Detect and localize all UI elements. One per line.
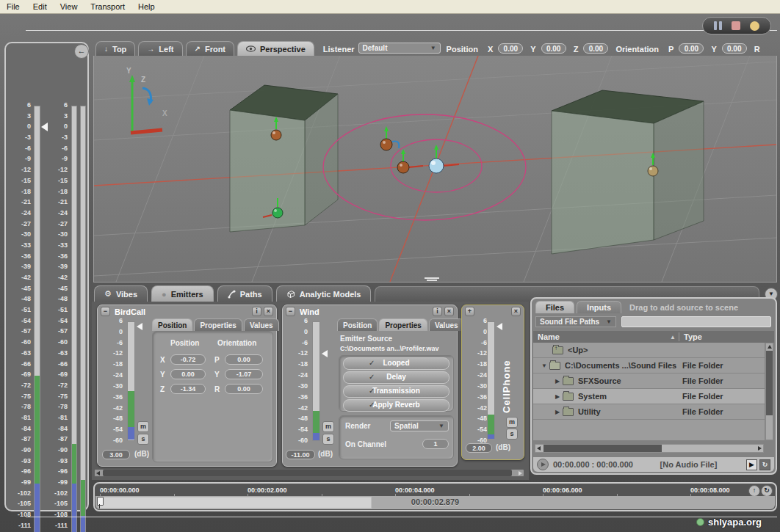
scroll-left-icon[interactable] xyxy=(96,471,100,475)
birdcall-yaw-field[interactable]: -1.07 xyxy=(225,369,263,379)
view-tab-front[interactable]: ↗ Front xyxy=(186,41,235,56)
collapse-minus-icon[interactable]: − xyxy=(101,307,110,316)
geometry-box-left[interactable] xyxy=(230,85,338,232)
scrollbar-thumb[interactable] xyxy=(103,470,512,476)
vertical-scrollbar[interactable] xyxy=(765,343,773,440)
record-button[interactable] xyxy=(750,21,759,31)
emitter-sphere-2[interactable] xyxy=(380,126,399,150)
tab-position[interactable]: Position xyxy=(337,318,378,331)
tab-position[interactable]: Position xyxy=(152,318,192,331)
close-icon[interactable]: × xyxy=(264,307,273,316)
scroll-left-icon[interactable] xyxy=(537,446,541,451)
scroll-right-icon[interactable] xyxy=(519,471,522,475)
play-icon[interactable] xyxy=(537,459,549,470)
panel-titlebar[interactable]: − BirdCall i × xyxy=(98,305,276,318)
birdcall-y-field[interactable]: 0.00 xyxy=(170,369,206,379)
expand-arrow-icon[interactable]: ▶ xyxy=(552,393,563,400)
orientation-p-field[interactable]: 0.00 xyxy=(679,43,704,54)
transmission-checkbox[interactable]: ✓ Transmission xyxy=(343,385,449,398)
panel-titlebar[interactable]: − Wind i × xyxy=(283,305,457,318)
birdcall-x-field[interactable]: -0.72 xyxy=(170,354,206,365)
view-tab-left[interactable]: → Left xyxy=(138,41,182,56)
step-play-button[interactable]: ▶ xyxy=(746,459,757,470)
loop-button[interactable]: ↻ xyxy=(759,459,770,470)
wind-db-field[interactable]: -11.00 xyxy=(286,450,315,459)
table-row[interactable]: ↑<Up> xyxy=(533,343,765,358)
scrollbar-thumb[interactable] xyxy=(766,351,773,415)
position-x-field[interactable]: 0.00 xyxy=(498,43,523,54)
info-icon[interactable]: i xyxy=(433,307,442,316)
scroll-right-icon[interactable] xyxy=(758,446,762,451)
tab-emitters[interactable]: ● Emitters xyxy=(151,285,214,302)
listener-sphere[interactable] xyxy=(429,145,459,173)
tab-values[interactable]: Values xyxy=(429,318,464,331)
meter-marker-icon[interactable] xyxy=(496,323,502,330)
menu-help[interactable]: Help xyxy=(131,2,162,11)
horizontal-scrollbar[interactable] xyxy=(535,444,764,453)
tab-analytic-models[interactable]: Analytic Models xyxy=(276,285,372,302)
timeline-up-button[interactable]: ↑ xyxy=(748,485,760,497)
tab-properties[interactable]: Properties xyxy=(194,318,242,331)
tab-inputs[interactable]: Inputs xyxy=(577,301,621,313)
panel-titlebar[interactable]: + × xyxy=(462,305,524,318)
tab-properties[interactable]: Properties xyxy=(379,318,427,331)
menu-transport[interactable]: Transport xyxy=(84,2,131,11)
delay-checkbox[interactable]: ✓ Delay xyxy=(343,371,449,384)
tab-values[interactable]: Values xyxy=(244,318,279,331)
tab-vibes[interactable]: ⚙ Vibes xyxy=(94,285,148,302)
timeline-track[interactable]: 00:00:02.879 xyxy=(95,496,775,509)
geometry-box-right[interactable] xyxy=(552,90,704,254)
info-icon[interactable]: i xyxy=(252,307,261,316)
close-icon[interactable]: × xyxy=(444,307,454,316)
mute-button[interactable]: m xyxy=(506,417,518,428)
position-y-field[interactable]: 0.00 xyxy=(541,43,566,54)
sound-file-paths-button[interactable]: Sound File Paths ▼ xyxy=(535,316,616,327)
splitter-grip-icon[interactable] xyxy=(425,278,439,280)
scrollbar-thumb[interactable] xyxy=(544,445,662,452)
timeline-loop-button[interactable]: ↻ xyxy=(761,485,773,497)
path-filter-input[interactable] xyxy=(621,316,771,327)
cellphone-db-field[interactable]: 2.00 xyxy=(466,443,492,453)
render-dropdown[interactable]: Spatial ▼ xyxy=(390,420,449,431)
solo-button[interactable]: s xyxy=(322,434,334,445)
birdcall-db-field[interactable]: 3.00 xyxy=(102,450,130,459)
dock-scrollbar[interactable] xyxy=(94,469,524,477)
mute-button[interactable]: m xyxy=(322,421,334,432)
expand-arrow-icon[interactable]: ▶ xyxy=(552,409,563,415)
meter-marker-icon[interactable] xyxy=(137,323,142,330)
collapse-minus-icon[interactable]: − xyxy=(286,307,295,316)
birdcall-z-field[interactable]: -1.34 xyxy=(170,384,206,394)
expand-arrow-icon[interactable]: ▶ xyxy=(552,378,563,385)
close-icon[interactable]: × xyxy=(511,307,521,316)
expand-plus-icon[interactable]: + xyxy=(465,307,474,316)
looped-checkbox[interactable]: ✓ Looped xyxy=(343,357,449,370)
column-divider[interactable] xyxy=(679,332,679,341)
scroll-up-icon[interactable] xyxy=(768,345,772,349)
pause-button[interactable] xyxy=(714,21,722,30)
tab-paths[interactable]: Paths xyxy=(217,285,272,302)
table-header[interactable]: Name ▲ Type xyxy=(533,331,774,343)
solo-button[interactable]: s xyxy=(137,434,149,445)
stop-button[interactable] xyxy=(732,21,740,30)
menu-edit[interactable]: Edit xyxy=(26,2,54,11)
menu-view[interactable]: View xyxy=(54,2,84,11)
scene-viewport[interactable]: Y Z X xyxy=(93,56,777,283)
timeline-ruler[interactable]: ↑ ↻ 00:00:00.00000:00:02.00000:00:04.000… xyxy=(95,484,775,497)
apply-reverb-checkbox[interactable]: ✓ Apply Reverb xyxy=(343,399,449,412)
table-row[interactable]: ▶UtilityFile Folder xyxy=(533,404,765,420)
collapse-left-arrow-icon[interactable]: ← xyxy=(74,44,89,59)
birdcall-p-field[interactable]: 0.00 xyxy=(225,354,263,365)
listener-dropdown[interactable]: Default ▼ xyxy=(358,43,441,54)
channel-field[interactable]: 1 xyxy=(422,439,449,449)
view-tab-perspective[interactable]: Perspective xyxy=(237,41,314,56)
orientation-y-field[interactable]: 0.00 xyxy=(722,43,747,54)
menu-file[interactable]: File xyxy=(0,2,26,11)
meter-marker-icon[interactable] xyxy=(322,350,328,357)
table-row[interactable]: ▶SFXSourceFile Folder xyxy=(533,374,765,389)
collapse-arrow-icon[interactable]: ▼ xyxy=(539,362,549,369)
table-row[interactable]: ▶SystemFile Folder xyxy=(533,389,765,404)
mute-button[interactable]: m xyxy=(137,421,149,432)
view-tab-top[interactable]: ↓ Top xyxy=(95,41,135,56)
birdcall-r-field[interactable]: 0.00 xyxy=(225,384,263,394)
solo-button[interactable]: s xyxy=(506,429,518,440)
